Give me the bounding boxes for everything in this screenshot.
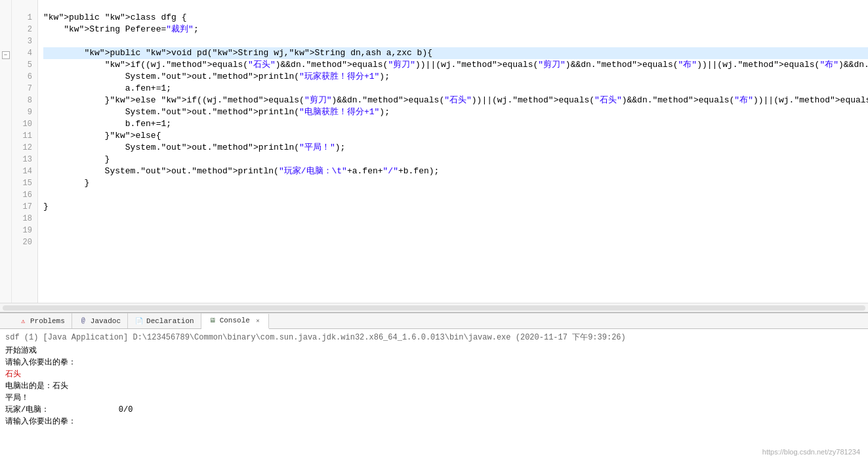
code-line-3 [43, 35, 868, 47]
line-number-9: 9 [17, 106, 32, 118]
line-number-20: 20 [17, 236, 32, 248]
code-line-15: } [43, 177, 868, 189]
code-line-4: "kw">public "kw">void pd("kw">String wj,… [43, 47, 868, 59]
code-line-6: System."out">out."method">println("玩家获胜！… [43, 71, 868, 83]
code-line-0 [43, 0, 868, 12]
code-line-8: }"kw">else "kw">if((wj."method">equals("… [43, 95, 868, 106]
line-number-0 [17, 0, 32, 12]
line-number-12: 12 [17, 142, 32, 154]
horizontal-scrollbar[interactable] [3, 305, 865, 311]
code-line-19 [43, 225, 868, 236]
line-number-19: 19 [17, 225, 32, 236]
code-line-12: System."out">out."method">println("平局！")… [43, 142, 868, 154]
code-line-17: } [43, 201, 868, 213]
console-line-5: 玩家/电脑： 0/0 [5, 404, 863, 416]
line-numbers: 1234567891011121314151617181920 [12, 0, 38, 303]
tab-javadoc-label: Javadoc [91, 317, 121, 325]
tab-console-label: Console [220, 317, 250, 324]
left-gutter: − [0, 0, 12, 303]
line-number-10: 10 [17, 118, 32, 130]
line-number-13: 13 [17, 154, 32, 165]
tab-declaration-label: Declaration [146, 317, 194, 325]
tab-problems-label: Problems [30, 317, 65, 325]
code-editor: − 1234567891011121314151617181920 "kw">p… [0, 0, 868, 303]
line-number-8: 8 [17, 95, 32, 106]
line-number-7: 7 [17, 83, 32, 95]
console-line-1: 请输入你要出的拳： [5, 357, 863, 368]
collapse-button[interactable]: − [2, 51, 10, 59]
line-number-5: 5 [17, 59, 32, 71]
code-line-2: "kw">String Peferee="裁判"; [43, 24, 868, 35]
code-line-13: } [43, 154, 868, 165]
line-number-2: 2 [17, 24, 32, 35]
code-line-14: System."out">out."method">println("玩家/电脑… [43, 165, 868, 177]
line-number-16: 16 [17, 189, 32, 201]
code-line-18 [43, 213, 868, 225]
javadoc-icon: @ [79, 317, 88, 326]
line-number-17: 17 [17, 201, 32, 213]
declaration-icon: 📄 [134, 317, 144, 326]
horizontal-scrollbar-area[interactable] [0, 303, 868, 312]
line-number-14: 14 [17, 165, 32, 177]
console-line-3: 电脑出的是：石头 [5, 380, 863, 392]
tab-bar: ⚠ Problems @ Javadoc 📄 Declaration 🖥 Con… [0, 313, 868, 329]
console-header-line: sdf (1) [Java Application] D:\123456789\… [5, 332, 863, 343]
console-output: sdf (1) [Java Application] D:\123456789\… [0, 329, 868, 463]
code-content[interactable]: "kw">public "kw">class dfg { "kw">String… [38, 0, 868, 303]
watermark: https://blog.csdn.net/zy781234 [762, 446, 860, 458]
code-line-1: "kw">public "kw">class dfg { [43, 12, 868, 24]
line-number-18: 18 [17, 213, 32, 225]
line-number-3: 3 [17, 35, 32, 47]
line-number-15: 15 [17, 177, 32, 189]
console-line-6: 请输入你要出的拳： [5, 416, 863, 428]
code-line-5: "kw">if((wj."method">equals("石头")&&dn."m… [43, 59, 868, 71]
code-line-16 [43, 189, 868, 201]
tab-problems[interactable]: ⚠ Problems [12, 313, 72, 328]
console-line-2: 石头 [5, 368, 863, 380]
console-close-button[interactable]: ✕ [254, 317, 262, 324]
bottom-panel: ⚠ Problems @ Javadoc 📄 Declaration 🖥 Con… [0, 312, 868, 463]
code-line-9: System."out">out."method">println("电脑获胜！… [43, 106, 868, 118]
code-line-7: a.fen+=1; [43, 83, 868, 95]
line-number-1: 1 [17, 12, 32, 24]
code-line-20 [43, 236, 868, 248]
problems-icon: ⚠ [18, 317, 28, 326]
line-number-11: 11 [17, 130, 32, 142]
console-icon: 🖥 [208, 316, 217, 325]
tab-javadoc[interactable]: @ Javadoc [72, 313, 128, 328]
line-number-6: 6 [17, 71, 32, 83]
console-line-4: 平局！ [5, 392, 863, 404]
code-line-10: b.fen+=1; [43, 118, 868, 130]
code-line-11: }"kw">else{ [43, 130, 868, 142]
line-number-4: 4 [17, 47, 32, 59]
tab-console[interactable]: 🖥 Console ✕ [201, 314, 269, 329]
console-line-0: 开始游戏 [5, 345, 863, 357]
tab-declaration[interactable]: 📄 Declaration [128, 313, 201, 328]
